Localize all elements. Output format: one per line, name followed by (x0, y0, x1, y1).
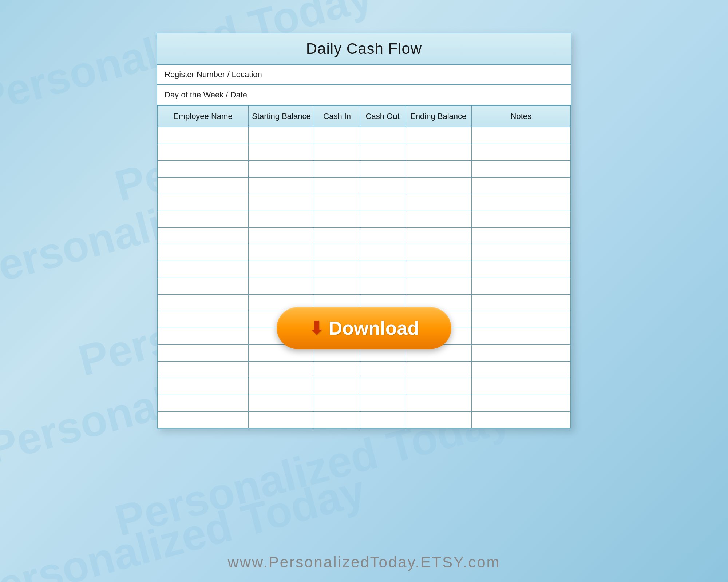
table-cell[interactable] (471, 295, 570, 311)
table-cell[interactable] (405, 211, 471, 228)
table-cell[interactable] (360, 261, 405, 278)
table-cell[interactable] (471, 311, 570, 328)
table-cell[interactable] (248, 278, 314, 295)
table-cell[interactable] (360, 412, 405, 428)
table-cell[interactable] (405, 412, 471, 428)
table-cell[interactable] (405, 362, 471, 378)
table-cell[interactable] (360, 228, 405, 244)
table-cell[interactable] (248, 412, 314, 428)
table-cell[interactable] (471, 228, 570, 244)
table-cell[interactable] (158, 244, 249, 261)
table-cell[interactable] (360, 362, 405, 378)
table-cell[interactable] (158, 194, 249, 211)
download-button[interactable]: ⬇ Download (277, 307, 451, 349)
table-cell[interactable] (360, 194, 405, 211)
table-cell[interactable] (248, 144, 314, 161)
table-cell[interactable] (314, 244, 360, 261)
table-cell[interactable] (360, 378, 405, 395)
table-cell[interactable] (471, 261, 570, 278)
table-cell[interactable] (314, 211, 360, 228)
table-cell[interactable] (158, 278, 249, 295)
table-cell[interactable] (471, 144, 570, 161)
day-label: Day of the Week / Date (165, 90, 247, 99)
table-cell[interactable] (158, 178, 249, 194)
table-cell[interactable] (471, 278, 570, 295)
table-cell[interactable] (405, 378, 471, 395)
table-cell[interactable] (405, 178, 471, 194)
table-cell[interactable] (158, 228, 249, 244)
table-cell[interactable] (405, 278, 471, 295)
table-cell[interactable] (360, 211, 405, 228)
table-cell[interactable] (158, 412, 249, 428)
table-cell[interactable] (248, 395, 314, 412)
table-cell[interactable] (314, 278, 360, 295)
table-cell[interactable] (248, 161, 314, 178)
table-cell[interactable] (314, 194, 360, 211)
table-cell[interactable] (471, 378, 570, 395)
table-cell[interactable] (158, 211, 249, 228)
table-cell[interactable] (158, 161, 249, 178)
table-cell[interactable] (158, 345, 249, 362)
table-cell[interactable] (314, 161, 360, 178)
table-cell[interactable] (360, 178, 405, 194)
table-cell[interactable] (248, 261, 314, 278)
table-cell[interactable] (360, 395, 405, 412)
table-cell[interactable] (471, 211, 570, 228)
table-cell[interactable] (314, 261, 360, 278)
table-cell[interactable] (248, 378, 314, 395)
table-cell[interactable] (248, 211, 314, 228)
table-cell[interactable] (158, 395, 249, 412)
table-cell[interactable] (158, 295, 249, 311)
table-cell[interactable] (158, 328, 249, 345)
table-cell[interactable] (405, 395, 471, 412)
table-cell[interactable] (471, 328, 570, 345)
table-cell[interactable] (158, 144, 249, 161)
table-cell[interactable] (405, 228, 471, 244)
table-cell[interactable] (314, 378, 360, 395)
download-overlay: ⬇ Download (277, 307, 451, 349)
table-cell[interactable] (471, 345, 570, 362)
document-title: Daily Cash Flow (306, 40, 422, 57)
footer-url: www.PersonalizedToday.ETSY.com (0, 554, 728, 571)
table-cell[interactable] (471, 127, 570, 144)
table-cell[interactable] (405, 261, 471, 278)
table-cell[interactable] (158, 261, 249, 278)
table-cell[interactable] (405, 244, 471, 261)
table-cell[interactable] (158, 362, 249, 378)
table-cell[interactable] (314, 127, 360, 144)
table-header-row: Employee Name Starting Balance Cash In C… (158, 106, 571, 127)
table-cell[interactable] (471, 412, 570, 428)
table-cell[interactable] (314, 178, 360, 194)
table-cell[interactable] (360, 244, 405, 261)
table-cell[interactable] (248, 244, 314, 261)
table-cell[interactable] (248, 178, 314, 194)
table-cell[interactable] (248, 194, 314, 211)
table-cell[interactable] (158, 311, 249, 328)
table-cell[interactable] (405, 144, 471, 161)
table-cell[interactable] (248, 362, 314, 378)
table-cell[interactable] (471, 395, 570, 412)
table-cell[interactable] (471, 362, 570, 378)
table-cell[interactable] (471, 194, 570, 211)
table-cell[interactable] (471, 178, 570, 194)
table-cell[interactable] (360, 278, 405, 295)
col-header-employee: Employee Name (158, 106, 249, 127)
table-cell[interactable] (405, 161, 471, 178)
table-cell[interactable] (248, 127, 314, 144)
table-cell[interactable] (314, 412, 360, 428)
table-cell[interactable] (158, 378, 249, 395)
table-cell[interactable] (360, 144, 405, 161)
table-cell[interactable] (360, 127, 405, 144)
table-cell[interactable] (314, 395, 360, 412)
table-cell[interactable] (158, 127, 249, 144)
table-row (158, 378, 571, 395)
table-cell[interactable] (314, 362, 360, 378)
table-cell[interactable] (314, 144, 360, 161)
table-cell[interactable] (471, 244, 570, 261)
table-cell[interactable] (405, 127, 471, 144)
table-cell[interactable] (471, 161, 570, 178)
table-cell[interactable] (314, 228, 360, 244)
table-cell[interactable] (405, 194, 471, 211)
table-cell[interactable] (248, 228, 314, 244)
table-cell[interactable] (360, 161, 405, 178)
